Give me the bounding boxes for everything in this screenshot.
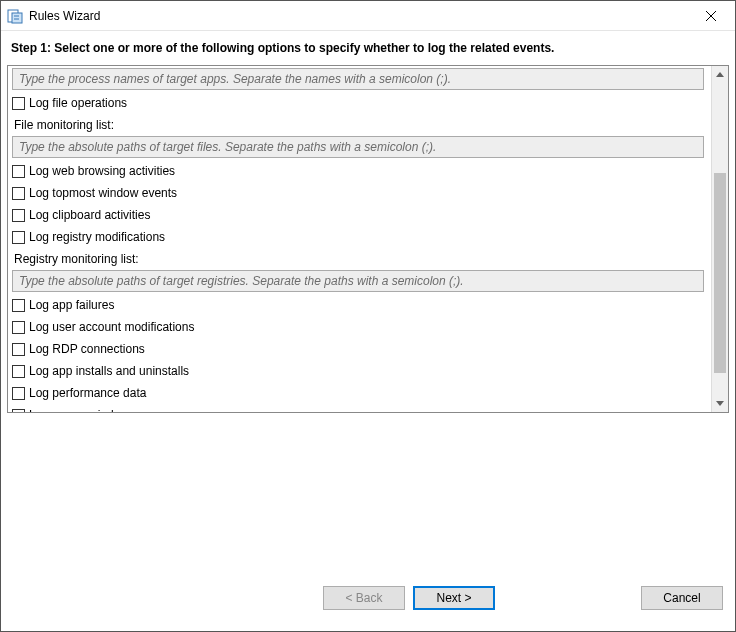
checkbox-icon [12, 187, 25, 200]
check-label: Log file operations [29, 96, 127, 110]
registry-monitoring-label: Registry monitoring list: [12, 252, 139, 266]
file-monitoring-label-row: File monitoring list: [8, 114, 709, 136]
check-log-web-browsing[interactable]: Log web browsing activities [8, 160, 709, 182]
check-log-popup[interactable]: Log popup windows [8, 404, 709, 412]
options-panel: Type the process names of target apps. S… [7, 65, 729, 413]
checkbox-icon [12, 387, 25, 400]
checkbox-icon [12, 343, 25, 356]
checkbox-icon [12, 209, 25, 222]
check-label: Log clipboard activities [29, 208, 150, 222]
next-button[interactable]: Next > [413, 586, 495, 610]
options-list: Type the process names of target apps. S… [8, 66, 711, 412]
check-label: Log web browsing activities [29, 164, 175, 178]
process-names-input[interactable]: Type the process names of target apps. S… [12, 68, 704, 90]
checkbox-icon [12, 299, 25, 312]
wizard-footer: < Back Next > Cancel [1, 577, 735, 631]
check-log-rdp[interactable]: Log RDP connections [8, 338, 709, 360]
file-paths-input[interactable]: Type the absolute paths of target files.… [12, 136, 704, 158]
scroll-up-arrow-icon[interactable] [712, 66, 728, 83]
svg-rect-1 [12, 13, 22, 23]
checkbox-icon [12, 321, 25, 334]
check-label: Log popup windows [29, 408, 135, 412]
check-log-clipboard[interactable]: Log clipboard activities [8, 204, 709, 226]
checkbox-icon [12, 97, 25, 110]
registry-paths-input[interactable]: Type the absolute paths of target regist… [12, 270, 704, 292]
check-label: Log registry modifications [29, 230, 165, 244]
check-log-registry-mod[interactable]: Log registry modifications [8, 226, 709, 248]
check-label: Log app failures [29, 298, 114, 312]
registry-monitoring-label-row: Registry monitoring list: [8, 248, 709, 270]
check-log-user-account-mod[interactable]: Log user account modifications [8, 316, 709, 338]
check-label: Log RDP connections [29, 342, 145, 356]
check-label: Log user account modifications [29, 320, 194, 334]
scrollbar-track[interactable] [712, 83, 728, 395]
checkbox-icon [12, 365, 25, 378]
check-log-performance[interactable]: Log performance data [8, 382, 709, 404]
checkbox-icon [12, 231, 25, 244]
checkbox-icon [12, 409, 25, 413]
scroll-down-arrow-icon[interactable] [712, 395, 728, 412]
checkbox-icon [12, 165, 25, 178]
check-log-file-operations[interactable]: Log file operations [8, 92, 709, 114]
file-monitoring-label: File monitoring list: [12, 118, 114, 132]
check-label: Log topmost window events [29, 186, 177, 200]
scrollbar[interactable] [711, 66, 728, 412]
scrollbar-thumb[interactable] [714, 173, 726, 373]
window-title: Rules Wizard [29, 9, 689, 23]
check-log-app-installs[interactable]: Log app installs and uninstalls [8, 360, 709, 382]
close-button[interactable] [689, 2, 733, 30]
check-log-topmost-window[interactable]: Log topmost window events [8, 182, 709, 204]
check-label: Log performance data [29, 386, 146, 400]
check-log-app-failures[interactable]: Log app failures [8, 294, 709, 316]
title-bar: Rules Wizard [1, 1, 735, 31]
cancel-button[interactable]: Cancel [641, 586, 723, 610]
app-icon [7, 8, 23, 24]
back-button: < Back [323, 586, 405, 610]
check-label: Log app installs and uninstalls [29, 364, 189, 378]
step-instruction: Step 1: Select one or more of the follow… [1, 31, 735, 65]
